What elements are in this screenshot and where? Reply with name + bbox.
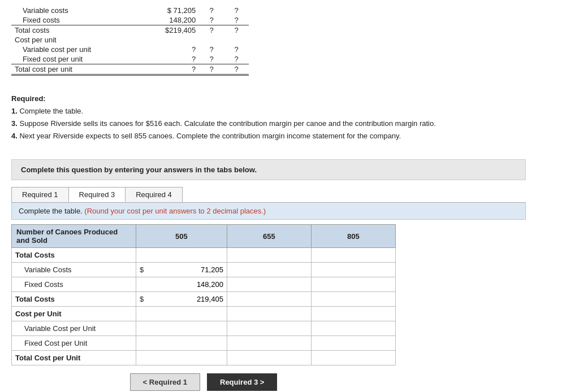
input-tcpu-805[interactable]: [311, 351, 395, 365]
next-button-label: Required 3 >: [220, 378, 264, 386]
input-fcpu-805[interactable]: [311, 336, 395, 351]
table-row: Cost per Unit: [12, 307, 396, 321]
prev-button[interactable]: < Required 1: [130, 373, 200, 391]
input-total-costs-505[interactable]: [145, 292, 227, 306]
input-fixed-costs-505[interactable]: [145, 277, 227, 291]
row-label: Total costs: [11, 25, 133, 36]
instruction-bar: Complete this question by entering your …: [11, 159, 526, 180]
row-q1: ?: [199, 6, 224, 15]
input-vcpu-505[interactable]: [145, 321, 227, 336]
input-total-costs-655[interactable]: [227, 292, 311, 306]
table-row: Variable Cost per Unit: [12, 321, 396, 336]
input-fixed-cpu-505[interactable]: [145, 336, 227, 350]
input-variable-805[interactable]: [311, 263, 395, 277]
data-table-wrapper: Number of Canoes Produced and Sold 505 6…: [11, 224, 396, 365]
tab-required1[interactable]: Required 1: [11, 187, 69, 202]
prev-button-label: < Required 1: [143, 378, 187, 386]
table-row: Fixed costs 148,200 ? ?: [11, 15, 249, 25]
row-q2: ?: [224, 25, 249, 36]
input-fixed-costs-805[interactable]: [312, 277, 395, 291]
input-total-505[interactable]: [145, 292, 227, 307]
table-row: Variable Costs $: [12, 263, 396, 277]
row-value: $ 71,205: [133, 6, 199, 15]
cell-empty: [227, 307, 311, 321]
table-row: Fixed Cost per Unit: [12, 336, 396, 351]
tab-required3-label: Required 3: [79, 190, 115, 199]
cell-empty: [311, 307, 395, 321]
table-row: Total Cost per Unit: [12, 351, 396, 365]
input-fixed-505[interactable]: [145, 277, 227, 292]
row-q2: ?: [224, 54, 249, 64]
input-tcpu-505[interactable]: [145, 351, 227, 365]
tab-required4-label: Required 4: [136, 190, 172, 199]
row-label-variable-cpu: Variable Cost per Unit: [12, 321, 136, 336]
input-variable-costs-805[interactable]: [312, 263, 395, 277]
dollar-sign-tcpu: [136, 351, 145, 365]
input-variable-cpu-655[interactable]: [227, 321, 311, 336]
data-table: Number of Canoes Produced and Sold 505 6…: [11, 224, 396, 365]
table-row: Variable costs $ 71,205 ? ?: [11, 6, 249, 15]
row-q1: ?: [199, 54, 224, 64]
col-header-505: 505: [136, 225, 227, 248]
summary-table: Variable costs $ 71,205 ? ? Fixed costs …: [11, 6, 249, 76]
dollar-sign-vcpu: [136, 321, 145, 336]
input-total-costs-805[interactable]: [312, 292, 395, 306]
input-fixed-655[interactable]: [227, 277, 311, 292]
input-fixed-805[interactable]: [311, 277, 395, 292]
tabs-row: Required 1 Required 3 Required 4: [11, 187, 526, 203]
input-total-cpu-805[interactable]: [312, 351, 395, 365]
input-fcpu-505[interactable]: [145, 336, 227, 351]
input-variable-cpu-805[interactable]: [312, 321, 395, 336]
input-fixed-cpu-655[interactable]: [227, 336, 311, 350]
input-fixed-cpu-805[interactable]: [312, 336, 395, 350]
divider: [11, 150, 568, 159]
dollar-sign-variable: $: [136, 263, 145, 277]
input-fcpu-655[interactable]: [227, 336, 311, 351]
input-variable-costs-655[interactable]: [227, 263, 311, 277]
input-fixed-costs-655[interactable]: [227, 277, 311, 291]
bottom-buttons: < Required 1 Required 3 >: [11, 373, 396, 391]
row-label: Fixed cost per unit: [11, 54, 133, 64]
row-q2: ?: [224, 45, 249, 54]
instruction-text: Complete this question by entering your …: [21, 165, 257, 174]
dollar-sign-fcpu: [136, 336, 145, 351]
row-q1: ?: [199, 25, 224, 36]
row-q2: ?: [224, 15, 249, 25]
section-header-total-costs: Total Costs: [12, 248, 136, 263]
required-section: Required: 1. Complete the table. 3. Supp…: [11, 93, 568, 142]
row-label: Variable costs: [11, 6, 133, 15]
input-total-655[interactable]: [227, 292, 311, 307]
input-vcpu-805[interactable]: [311, 321, 395, 336]
tab-required1-label: Required 1: [22, 190, 58, 199]
input-variable-655[interactable]: [227, 263, 311, 277]
input-variable-505[interactable]: [145, 263, 227, 277]
tab-required4[interactable]: Required 4: [125, 187, 183, 202]
row-label: Variable cost per unit: [11, 45, 133, 54]
input-total-805[interactable]: [311, 292, 395, 307]
table-row: Total cost per unit ? ? ?: [11, 64, 249, 75]
table-row: Fixed Costs: [12, 277, 396, 292]
required-item4: 4. Next year Riverside expects to sell 8…: [11, 130, 568, 142]
row-value: ?: [133, 64, 199, 75]
page-wrapper: Variable costs $ 71,205 ? ? Fixed costs …: [0, 0, 579, 392]
input-total-cpu-655[interactable]: [227, 351, 311, 365]
input-total-cpu-505[interactable]: [145, 351, 227, 365]
input-tcpu-655[interactable]: [227, 351, 311, 365]
row-q2: ?: [224, 64, 249, 75]
input-vcpu-655[interactable]: [227, 321, 311, 336]
row-value: ?: [133, 54, 199, 64]
row-q1: ?: [199, 15, 224, 25]
cell-empty: [136, 248, 227, 263]
table-instruction-sub: (Round your cost per unit answers to 2 d…: [84, 207, 266, 215]
next-button[interactable]: Required 3 >: [207, 373, 277, 391]
row-label-variable-costs: Variable Costs: [12, 263, 136, 277]
row-q1: ?: [199, 45, 224, 54]
tab-required3[interactable]: Required 3: [68, 187, 126, 202]
required-item1: 1. Complete the table.: [11, 105, 568, 117]
row-label: Fixed costs: [11, 15, 133, 25]
row-label-fixed-costs: Fixed Costs: [12, 277, 136, 292]
row-label-fixed-cpu: Fixed Cost per Unit: [12, 336, 136, 351]
input-variable-cpu-505[interactable]: [145, 321, 227, 336]
input-variable-costs-505[interactable]: [145, 263, 227, 277]
row-value: ?: [133, 45, 199, 54]
